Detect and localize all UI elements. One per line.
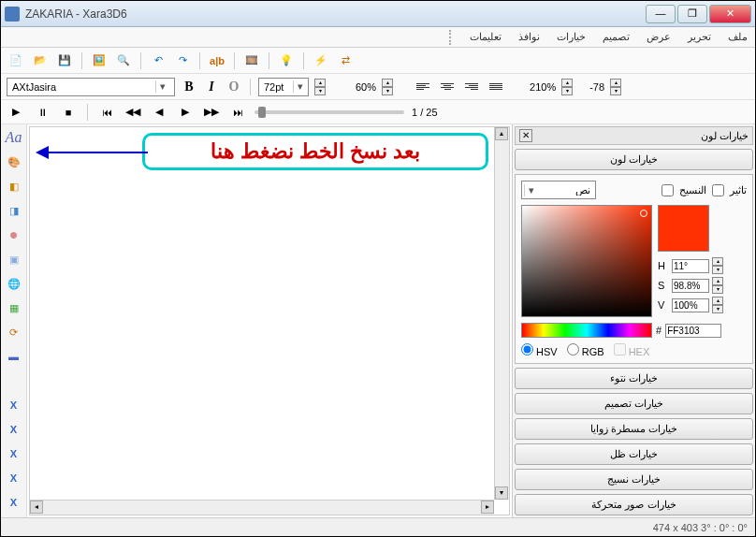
color-swatch: [658, 205, 709, 252]
prev-frame-icon[interactable]: ◀◀: [124, 103, 142, 122]
effect-checkbox2[interactable]: [662, 184, 674, 196]
first-frame-icon[interactable]: ⏮: [97, 103, 116, 122]
texture-checkbox[interactable]: [712, 184, 724, 196]
menu-help[interactable]: تعليمات: [470, 31, 502, 43]
sv-picker[interactable]: [521, 205, 652, 317]
play-icon[interactable]: ▶: [7, 103, 25, 122]
step-back-icon[interactable]: ◀: [150, 103, 168, 122]
menu-view[interactable]: عرض: [647, 31, 671, 43]
pause-icon[interactable]: ⏸: [33, 103, 51, 122]
target-input[interactable]: [537, 184, 593, 196]
menu-windows[interactable]: نوافذ: [518, 31, 540, 43]
undo-icon[interactable]: ↶: [149, 51, 167, 70]
kerning-value: -78: [589, 81, 604, 93]
hsv-radio[interactable]: HSV: [521, 343, 558, 357]
horizontal-scrollbar[interactable]: ◂ ▸: [30, 500, 494, 515]
target-combo[interactable]: ▾: [521, 181, 596, 199]
scroll-left-icon[interactable]: ◂: [30, 501, 43, 514]
zoom1-spinner[interactable]: ▴▾: [382, 79, 393, 95]
text-style-icon[interactable]: Aa: [5, 128, 23, 147]
canvas[interactable]: بعد نسخ الخط نضغط هنا ▴ ▾ ◂ ▸: [29, 126, 510, 515]
x4-icon[interactable]: X: [5, 469, 23, 487]
cube1-icon[interactable]: ◧: [5, 177, 23, 196]
menu-options[interactable]: خيارات: [557, 31, 586, 43]
hex-input[interactable]: [665, 324, 721, 338]
hue-slider[interactable]: [521, 323, 652, 338]
anim-icon[interactable]: ⟳: [5, 323, 23, 341]
annotation-arrow-line: [47, 152, 148, 153]
light-icon[interactable]: 💡: [277, 51, 296, 70]
minimize-button[interactable]: —: [646, 5, 676, 23]
design-options-button[interactable]: خيارات تصميم: [515, 393, 753, 414]
menu-file[interactable]: ملف: [728, 31, 748, 43]
save-icon[interactable]: 💾: [55, 51, 74, 70]
align-right-icon[interactable]: [462, 78, 481, 96]
bold-button[interactable]: B: [181, 80, 197, 94]
scroll-up-icon[interactable]: ▴: [495, 127, 508, 140]
font-dropdown-icon[interactable]: ▾: [155, 80, 168, 93]
open-icon[interactable]: 📂: [31, 51, 50, 70]
text-tool-icon[interactable]: a|b: [208, 51, 226, 70]
panel-close-icon[interactable]: ✕: [519, 129, 532, 142]
animation-options-button[interactable]: خيارات صور متحركة: [515, 494, 753, 515]
swap-icon[interactable]: ⇄: [336, 51, 355, 70]
rgb-radio[interactable]: RGB: [567, 343, 604, 357]
color-options-button[interactable]: خيارات لون: [515, 149, 753, 170]
texture-icon[interactable]: ▦: [5, 298, 23, 317]
x3-icon[interactable]: X: [5, 444, 23, 463]
film-icon[interactable]: 🎞️: [242, 51, 261, 70]
size-spinner[interactable]: ▴▾: [314, 79, 326, 95]
x2-icon[interactable]: X: [5, 420, 23, 439]
scroll-down-icon[interactable]: ▾: [495, 486, 508, 500]
sphere-icon[interactable]: ●: [5, 225, 23, 244]
block-icon[interactable]: ▬: [5, 347, 23, 366]
s-spinner[interactable]: ▴▾: [712, 277, 723, 294]
last-frame-icon[interactable]: ⏭: [228, 103, 247, 122]
align-left-icon[interactable]: [414, 78, 432, 96]
size-dropdown-icon[interactable]: ▾: [293, 80, 306, 93]
target-dropdown-icon[interactable]: ▾: [524, 184, 537, 196]
v-spinner[interactable]: ▴▾: [712, 297, 723, 313]
bolt-icon[interactable]: ⚡: [312, 51, 330, 70]
shadow-options-button[interactable]: خيارات ظل: [515, 443, 753, 465]
close-button[interactable]: ✕: [709, 5, 751, 23]
align-justify-icon[interactable]: [487, 78, 505, 96]
font-input[interactable]: [9, 81, 155, 93]
h-spinner[interactable]: ▴▾: [712, 257, 723, 274]
angle-options-button[interactable]: خيارات مسطرة زوايا: [515, 418, 753, 440]
zoom2-spinner[interactable]: ▴▾: [561, 79, 573, 95]
size-combo[interactable]: ▾: [258, 78, 309, 96]
redo-icon[interactable]: ↷: [173, 51, 192, 70]
step-fwd-icon[interactable]: ▶: [176, 103, 195, 122]
palette-icon[interactable]: 🎨: [5, 152, 23, 171]
bevel-options-button[interactable]: خيارات نتوء: [515, 368, 753, 389]
preview-icon[interactable]: 🔍: [114, 51, 133, 70]
scroll-right-icon[interactable]: ▸: [481, 501, 494, 514]
outline-button[interactable]: O: [225, 80, 242, 94]
stop-icon[interactable]: ■: [59, 103, 78, 122]
align-center-icon[interactable]: [438, 78, 457, 96]
hex-radio[interactable]: HEX: [614, 343, 650, 357]
italic-button[interactable]: I: [203, 80, 220, 94]
kerning-spinner[interactable]: ▴▾: [610, 79, 621, 95]
new-icon[interactable]: 📄: [7, 51, 25, 70]
texture-options-button[interactable]: خيارات نسيج: [515, 469, 753, 490]
menu-edit[interactable]: تحرير: [688, 31, 711, 43]
cube3-icon[interactable]: ▣: [5, 250, 23, 268]
color-panel: تاثير النسيح ▾ H▴▾ S▴▾ V: [515, 174, 753, 364]
h-input[interactable]: [672, 259, 709, 273]
menu-design[interactable]: تصميم: [603, 31, 630, 43]
vertical-scrollbar[interactable]: ▴ ▾: [494, 127, 509, 500]
size-input[interactable]: [261, 81, 293, 93]
font-combo[interactable]: ▾: [7, 78, 175, 96]
maximize-button[interactable]: ❐: [677, 5, 707, 23]
x5-icon[interactable]: X: [5, 493, 23, 512]
x1-icon[interactable]: X: [5, 396, 23, 414]
v-input[interactable]: [672, 298, 709, 312]
s-input[interactable]: [672, 279, 709, 293]
export-icon[interactable]: 🖼️: [90, 51, 109, 70]
next-frame-icon[interactable]: ▶▶: [202, 103, 221, 122]
globe-icon[interactable]: 🌐: [5, 274, 23, 293]
cube2-icon[interactable]: ◨: [5, 201, 23, 220]
frame-slider[interactable]: [254, 110, 404, 114]
